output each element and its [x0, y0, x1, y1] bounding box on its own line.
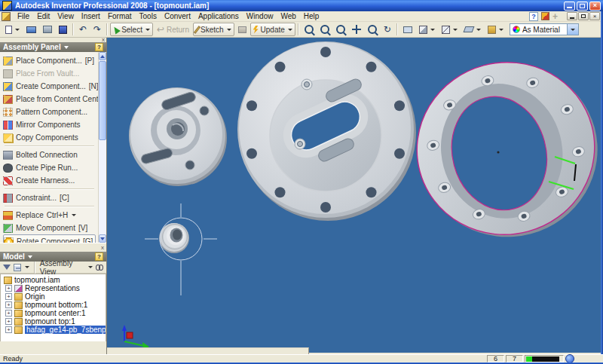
panel-item-rotate-component[interactable]: Rotate Component[G]	[3, 234, 96, 243]
tree-root-topmount[interactable]: topmount.iam	[1, 276, 106, 284]
filter-icon[interactable]	[3, 265, 11, 270]
look-at-button[interactable]	[400, 23, 415, 36]
select-dropdown-button[interactable]: Select	[110, 23, 153, 36]
undo-button[interactable]: ↶	[76, 23, 90, 36]
capacity-meter	[525, 355, 564, 362]
menu-view[interactable]: View	[54, 12, 78, 20]
open-button[interactable]	[23, 23, 39, 36]
panel-item-create-component[interactable]: Create Component...[N]	[3, 80, 96, 93]
expand-icon[interactable]: +	[5, 285, 12, 292]
sketch-dropdown-button[interactable]: Sketch	[193, 23, 234, 36]
hidden-edge-display-button[interactable]	[439, 23, 461, 36]
help-icon[interactable]: ?	[529, 12, 538, 21]
assembly-panel-items: Place Component...[P] Place From Vault..…	[0, 52, 106, 243]
material-dropdown-button[interactable]	[567, 24, 578, 35]
assembly-panel-close-icon[interactable]: x	[102, 38, 105, 42]
part-topmount-top-selected[interactable]	[398, 42, 601, 258]
doc-minimize-button[interactable]	[567, 12, 577, 20]
panel-item-pattern-component[interactable]: Pattern Component...	[3, 106, 96, 118]
doc-close-icon: ×	[593, 14, 597, 20]
browser-options-icon[interactable]	[14, 264, 21, 271]
expand-icon[interactable]: +	[5, 301, 12, 308]
doc-close-button[interactable]: ×	[589, 12, 600, 20]
model-menu-caret-icon	[28, 255, 32, 258]
menu-applications[interactable]: Applications	[194, 12, 243, 20]
scroll-down-button[interactable]	[99, 234, 106, 243]
redo-icon: ↷	[93, 25, 101, 34]
standard-toolbar: ↶ ↷ Select ↩Return Sketch Update ↻ As Ma…	[0, 22, 603, 38]
assembly-view-dropdown[interactable]: Assembly View	[40, 259, 84, 276]
menu-file[interactable]: File	[14, 12, 33, 20]
redo-button[interactable]: ↷	[90, 23, 104, 36]
menu-format[interactable]: Format	[104, 12, 136, 20]
scroll-up-button[interactable]	[99, 52, 106, 60]
panel-item-mirror-components[interactable]: Mirror Components	[3, 118, 96, 131]
close-button[interactable]: ×	[589, 2, 601, 11]
find-icon[interactable]	[96, 265, 103, 271]
part-bearing-bushing[interactable]	[159, 223, 189, 253]
menu-insert[interactable]: Insert	[78, 12, 104, 20]
menu-window[interactable]: Window	[243, 12, 277, 20]
tree-item-representations[interactable]: +Representations	[1, 284, 106, 292]
tree-item-topmount-top[interactable]: +topmount top:1	[1, 317, 106, 326]
panel-item-move-component[interactable]: Move Component[V]	[3, 222, 96, 234]
tree-item-topmount-bottom[interactable]: +topmount bottom:1	[1, 301, 106, 309]
inventor-app-icon	[2, 1, 12, 11]
panel-item-bolted-connection[interactable]: Bolted Connection	[3, 148, 96, 161]
menu-edit[interactable]: Edit	[33, 12, 54, 20]
new-file-button[interactable]	[2, 23, 23, 36]
part-topmount-bottom[interactable]	[129, 87, 227, 186]
model-panel-help-icon[interactable]: ?	[95, 252, 103, 261]
tree-item-origin[interactable]: +Origin	[1, 292, 106, 301]
look-at-icon	[403, 26, 412, 33]
expand-icon[interactable]: +	[5, 293, 12, 300]
team-web-icon[interactable]	[541, 12, 549, 20]
expand-icon[interactable]: +	[5, 318, 12, 325]
assembly-panel-help-icon[interactable]: ?	[95, 43, 103, 51]
zoom-window-button[interactable]	[333, 23, 348, 36]
save-button[interactable]	[56, 23, 70, 36]
rotate-view-button[interactable]: ↻	[381, 23, 394, 36]
component-opacity-button[interactable]	[485, 23, 507, 36]
panel-item-place-from-content-center[interactable]: Place from Content Center...	[3, 93, 96, 106]
minimize-button[interactable]	[564, 2, 575, 11]
part-topmount-center[interactable]	[237, 41, 416, 221]
expand-icon[interactable]: +	[5, 310, 12, 317]
camera-mode-button[interactable]	[461, 23, 484, 36]
material-combobox[interactable]: As Material	[510, 23, 579, 35]
menu-web[interactable]: Web	[277, 12, 299, 20]
update-dropdown-button[interactable]: Update	[250, 23, 295, 36]
zoom-selected-button[interactable]	[365, 23, 380, 36]
panel-item-create-harness[interactable]: Create Harness...	[3, 174, 96, 187]
tree-item-topmount-center[interactable]: +topmount center:1	[1, 309, 106, 317]
place-component-icon	[3, 57, 13, 66]
material-caret-icon	[571, 29, 575, 31]
doc-restore-button[interactable]	[578, 12, 589, 20]
zoom-all-button[interactable]	[302, 23, 317, 36]
scrollbar-thumb[interactable]	[99, 61, 106, 140]
panel-item-copy-components[interactable]: Copy Components	[3, 131, 96, 144]
panel-footer-close-icon[interactable]: x	[101, 246, 104, 250]
hidden-edge-caret-icon	[453, 29, 458, 31]
tree-item-bearing-selected[interactable]: +hafag_ge14-pb_7sbenpdwsrst8orknbd	[1, 326, 106, 334]
assembly-panel-scrollbar[interactable]	[98, 52, 106, 243]
open-from-vault-button[interactable]	[40, 23, 55, 36]
menu-help[interactable]: Help	[300, 12, 323, 20]
menu-convert[interactable]: Convert	[161, 12, 194, 20]
scroll-down-icon	[100, 237, 105, 240]
zoom-button[interactable]	[317, 23, 332, 36]
assembly-panel-header[interactable]: Assembly Panel ?	[0, 42, 106, 52]
pan-button[interactable]	[349, 23, 364, 36]
panel-item-place-component[interactable]: Place Component...[P]	[3, 54, 96, 67]
menu-tools[interactable]: Tools	[136, 12, 161, 20]
shaded-display-button[interactable]	[416, 23, 438, 36]
panel-item-replace[interactable]: ReplaceCtrl+H	[3, 209, 96, 222]
item-label: Place Component...	[16, 57, 82, 65]
x-axis-marker	[127, 332, 133, 338]
expand-icon[interactable]: +	[5, 326, 12, 333]
panel-item-constraint[interactable]: Constraint...[C]	[3, 191, 96, 204]
panel-item-create-pipe-run[interactable]: Create Pipe Run...	[3, 161, 96, 174]
graphics-viewport[interactable]	[107, 38, 601, 353]
restore-button[interactable]	[577, 2, 588, 11]
update-label: Update	[261, 26, 285, 34]
